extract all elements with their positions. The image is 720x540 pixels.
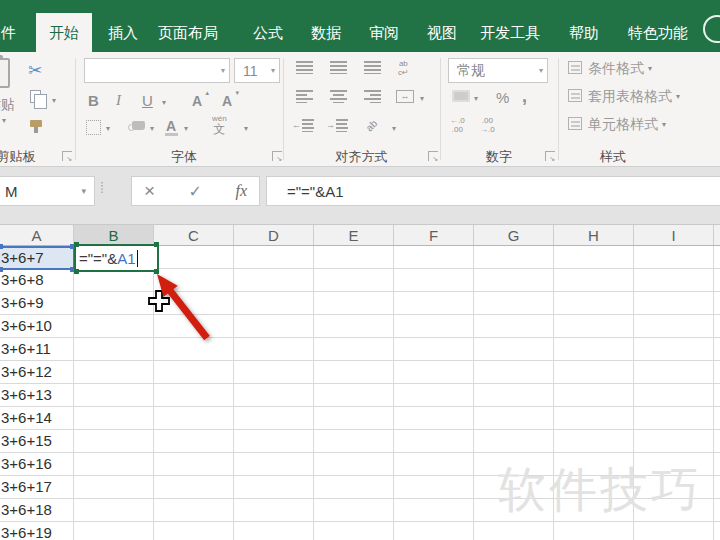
cell[interactable] (714, 361, 720, 384)
tab-view[interactable]: 视图 (414, 13, 470, 52)
cell[interactable] (634, 384, 714, 407)
chevron-down-icon[interactable]: ▾ (81, 186, 94, 196)
cell[interactable] (474, 522, 554, 540)
enter-icon[interactable]: ✓ (189, 182, 202, 201)
cell[interactable] (714, 246, 720, 269)
cell[interactable] (74, 384, 154, 407)
tab-formulas[interactable]: 公式 (240, 13, 296, 52)
cell[interactable] (74, 338, 154, 361)
cell[interactable] (394, 453, 474, 476)
cell[interactable] (314, 384, 394, 407)
tab-developer[interactable]: 开发工具 (472, 13, 548, 52)
column-header-H[interactable]: H (554, 225, 634, 246)
cell[interactable] (394, 292, 474, 315)
cell[interactable] (314, 315, 394, 338)
cell[interactable] (314, 499, 394, 522)
cell[interactable] (554, 292, 634, 315)
cell[interactable] (234, 430, 314, 453)
cell[interactable] (714, 407, 720, 430)
cell[interactable] (474, 269, 554, 292)
tab-help[interactable]: 帮助 (556, 13, 612, 52)
cell[interactable] (554, 522, 634, 540)
cell[interactable] (314, 407, 394, 430)
cell-a-value[interactable]: 3+6+15 (0, 430, 74, 453)
cell[interactable] (74, 292, 154, 315)
cell[interactable] (474, 384, 554, 407)
cell-a-value[interactable]: 3+6+17 (0, 476, 74, 499)
cell[interactable] (394, 269, 474, 292)
cell[interactable] (474, 430, 554, 453)
cell[interactable] (234, 499, 314, 522)
assistant-icon[interactable] (703, 15, 720, 43)
format-as-table-button[interactable]: 套用表格格式 (588, 88, 672, 106)
cell[interactable] (234, 361, 314, 384)
cell[interactable] (474, 338, 554, 361)
font-dialog-launcher[interactable] (272, 151, 282, 161)
middle-align-icon[interactable] (330, 61, 347, 74)
chevron-down-icon[interactable]: ▾ (217, 66, 229, 75)
cell[interactable] (234, 453, 314, 476)
cell[interactable] (314, 453, 394, 476)
tab-page-layout[interactable]: 页面布局 (152, 13, 224, 52)
cell[interactable] (554, 384, 634, 407)
merge-dropdown-arrow[interactable]: ▾ (420, 94, 424, 103)
cell[interactable] (154, 453, 234, 476)
increase-font-size-button[interactable]: A (192, 93, 202, 109)
column-header-C[interactable]: C (154, 225, 234, 246)
underline-dropdown-arrow[interactable]: ▾ (162, 98, 166, 107)
cell[interactable] (154, 384, 234, 407)
wrap-text-icon[interactable]: ab c↵ (398, 59, 409, 77)
cell[interactable] (314, 246, 394, 269)
align-right-icon[interactable] (364, 90, 381, 103)
cell[interactable] (634, 315, 714, 338)
copy-icon[interactable] (30, 90, 41, 103)
cell-a-value[interactable]: 3+6+18 (0, 499, 74, 522)
format-as-table-arrow[interactable]: ▾ (676, 92, 680, 101)
cell[interactable] (554, 407, 634, 430)
cell[interactable] (234, 269, 314, 292)
tab-insert[interactable]: 插入 (100, 13, 146, 52)
cell-a-value[interactable]: 3+6+19 (0, 522, 74, 540)
cell[interactable] (74, 430, 154, 453)
tab-file[interactable]: 文件 (0, 13, 24, 52)
cell[interactable] (74, 453, 154, 476)
cell[interactable] (394, 499, 474, 522)
cell[interactable] (634, 269, 714, 292)
cell[interactable] (314, 430, 394, 453)
tab-home[interactable]: 开始 (36, 13, 92, 52)
cell[interactable] (394, 338, 474, 361)
cell[interactable] (714, 315, 720, 338)
cell-a-value[interactable]: 3+6+11 (0, 338, 74, 361)
cell-a-value[interactable]: 3+6+14 (0, 407, 74, 430)
decrease-decimal-icon[interactable]: .00 →.0 (480, 116, 495, 134)
cell[interactable] (474, 361, 554, 384)
cell[interactable] (234, 292, 314, 315)
decrease-indent-icon[interactable]: ← (292, 120, 301, 130)
cell[interactable] (314, 269, 394, 292)
align-left-icon[interactable] (296, 90, 313, 103)
underline-button[interactable]: U (142, 92, 153, 109)
active-cell-b1-editing[interactable]: ="="& A1 (74, 244, 159, 272)
cell[interactable] (314, 338, 394, 361)
tab-special-features[interactable]: 特色功能 (620, 13, 696, 52)
cell[interactable] (74, 499, 154, 522)
column-header-I[interactable]: I (634, 225, 714, 246)
cell[interactable] (154, 522, 234, 540)
accounting-format-icon[interactable] (452, 90, 470, 102)
orientation-icon[interactable]: ab (366, 116, 384, 134)
clipboard-dialog-launcher[interactable] (62, 151, 72, 161)
cell[interactable] (234, 407, 314, 430)
cell[interactable] (474, 407, 554, 430)
phonetic-guide-icon[interactable]: wén 文 (212, 115, 227, 135)
cell-a-value[interactable]: 3+6+8 (0, 269, 74, 292)
font-color-icon[interactable]: A (166, 118, 176, 134)
cell[interactable] (634, 430, 714, 453)
column-header-F[interactable]: F (394, 225, 474, 246)
cell[interactable] (394, 246, 474, 269)
cell[interactable] (154, 499, 234, 522)
cell[interactable] (554, 430, 634, 453)
column-header-D[interactable]: D (234, 225, 314, 246)
fill-color-dropdown-arrow[interactable]: ▾ (150, 124, 154, 133)
cell-a-value[interactable]: 3+6+13 (0, 384, 74, 407)
cell[interactable] (394, 430, 474, 453)
